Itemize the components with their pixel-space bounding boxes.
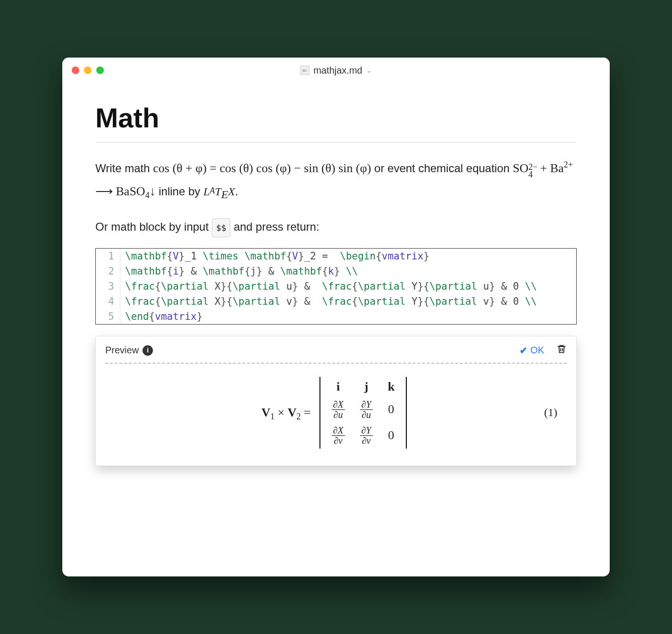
code-line[interactable]: 2\mathbf{i} & \mathbf{j} & \mathbf{k} \\	[96, 264, 576, 279]
line-number: 5	[96, 309, 120, 324]
inline-trig-math: cos (θ + φ) = cos (θ) cos (φ) − sin (θ) …	[153, 161, 371, 175]
intro-paragraph: Write math cos (θ + φ) = cos (θ) cos (φ)…	[95, 157, 577, 206]
code-text[interactable]: \frac{\partial X}{\partial v} & \frac{\p…	[120, 294, 542, 309]
close-window-button[interactable]	[72, 67, 79, 74]
kbd-dollar-dollar: $$	[212, 218, 231, 237]
text: Or math block by input	[95, 220, 212, 233]
preview-label: Preview	[105, 345, 139, 356]
line-number: 3	[96, 279, 120, 294]
text: inline by	[159, 185, 203, 198]
code-text[interactable]: \mathbf{V}_1 \times \mathbf{V}_2 = \begi…	[120, 249, 434, 264]
app-window: M↓ mathjax.md ⌄ Math Write math cos (θ +…	[62, 58, 610, 576]
preview-header: Preview i ✔ OK	[105, 344, 567, 364]
code-text[interactable]: \mathbf{i} & \mathbf{j} & \mathbf{k} \\	[120, 264, 362, 279]
trash-icon[interactable]	[556, 344, 567, 357]
code-line[interactable]: 1\mathbf{V}_1 \times \mathbf{V}_2 = \beg…	[96, 249, 576, 264]
text: and press return:	[234, 220, 319, 233]
line-number: 4	[96, 294, 120, 309]
line-number: 2	[96, 264, 120, 279]
window-controls	[72, 67, 104, 74]
math-preview-card: Preview i ✔ OK V1	[95, 336, 577, 466]
math-block-hint: Or math block by input $$ and press retu…	[95, 216, 577, 238]
title-center: M↓ mathjax.md ⌄	[62, 65, 610, 76]
check-icon: ✔	[520, 345, 528, 356]
rendered-equation: V1 × V2 = i j k ∂X∂u	[105, 372, 567, 453]
markdown-file-icon: M↓	[300, 66, 310, 75]
line-number: 1	[96, 249, 120, 264]
minimize-window-button[interactable]	[84, 67, 92, 74]
page-title: Math	[95, 102, 577, 142]
code-text[interactable]: \frac{\partial X}{\partial u} & \frac{\p…	[120, 279, 542, 294]
maximize-window-button[interactable]	[96, 67, 104, 74]
text: .	[235, 185, 238, 198]
equation-number: (1)	[544, 406, 557, 419]
determinant-matrix: i j k ∂X∂u ∂Y∂u 0 ∂X∂v ∂Y∂v 0	[324, 377, 403, 449]
ok-label: OK	[530, 345, 544, 356]
code-text[interactable]: \end{vmatrix}	[120, 309, 207, 324]
ok-button[interactable]: ✔ OK	[520, 345, 544, 356]
text: or event chemical equation	[374, 162, 513, 175]
chevron-down-icon: ⌄	[366, 67, 372, 74]
info-icon[interactable]: i	[143, 345, 153, 356]
code-line[interactable]: 4\frac{\partial X}{\partial v} & \frac{\…	[96, 294, 576, 309]
latex-code-editor[interactable]: 1\mathbf{V}_1 \times \mathbf{V}_2 = \beg…	[95, 248, 577, 325]
text: Write math	[95, 162, 153, 175]
latex-logo: LATEX	[203, 185, 235, 198]
code-line[interactable]: 5\end{vmatrix}	[96, 309, 576, 324]
document-filename: mathjax.md	[313, 65, 362, 76]
code-line[interactable]: 3\frac{\partial X}{\partial u} & \frac{\…	[96, 279, 576, 294]
titlebar: M↓ mathjax.md ⌄	[62, 58, 610, 83]
document-content[interactable]: Math Write math cos (θ + φ) = cos (θ) co…	[62, 83, 610, 485]
